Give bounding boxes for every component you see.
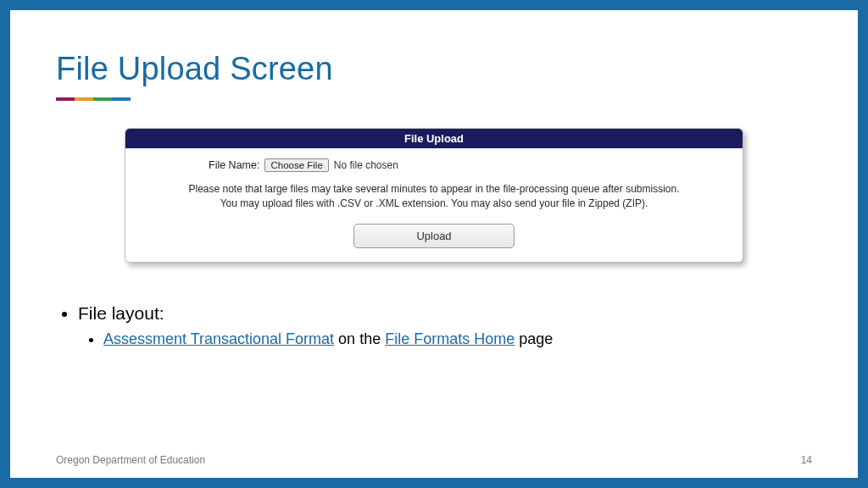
upload-panel-body: File Name: Choose File No file chosen Pl… [125,148,743,262]
upload-button[interactable]: Upload [353,224,515,248]
file-row: File Name: Choose File No file chosen [209,158,722,172]
upload-panel-container: File Upload File Name: Choose File No fi… [125,128,743,263]
upload-panel: File Upload File Name: Choose File No fi… [125,128,743,263]
upload-note: Please note that large files may take se… [146,182,722,212]
link-assessment-format[interactable]: Assessment Transactional Format [103,330,334,347]
bullet-list: File layout: Assessment Transactional Fo… [59,303,812,348]
no-file-chosen-text: No file chosen [334,159,398,171]
choose-file-button[interactable]: Choose File [264,158,328,172]
file-name-label: File Name: [209,159,259,171]
bullet-text-tail: page [515,330,553,347]
link-file-formats-home[interactable]: File Formats Home [385,330,515,347]
upload-note-line-2: You may upload files with .CSV or .XML e… [220,197,648,209]
slide-frame: File Upload Screen File Upload File Name… [0,0,868,488]
bullet-text-mid: on the [334,330,385,347]
upload-note-line-1: Please note that large files may take se… [189,183,680,195]
title-accent-rule [56,97,131,101]
bullet-sub-links: Assessment Transactional Format on the F… [103,330,812,348]
bullet-file-layout: File layout: [78,303,812,324]
slide-title: File Upload Screen [56,51,812,87]
footer-page-number: 14 [801,454,812,466]
upload-panel-header: File Upload [125,129,743,148]
slide-body: File Upload Screen File Upload File Name… [10,10,858,478]
footer-org: Oregon Department of Education [56,454,205,466]
